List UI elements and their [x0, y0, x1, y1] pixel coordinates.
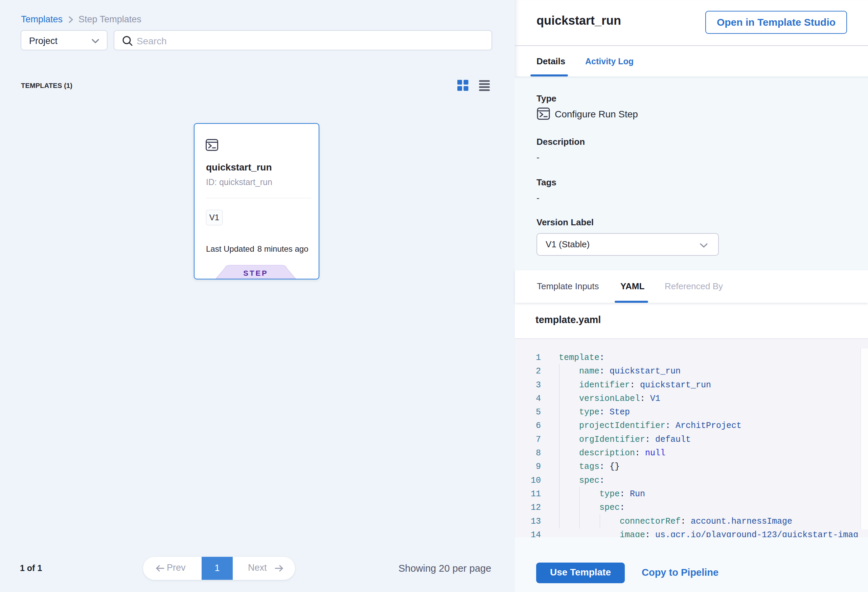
svg-text:STEP: STEP [243, 269, 268, 278]
